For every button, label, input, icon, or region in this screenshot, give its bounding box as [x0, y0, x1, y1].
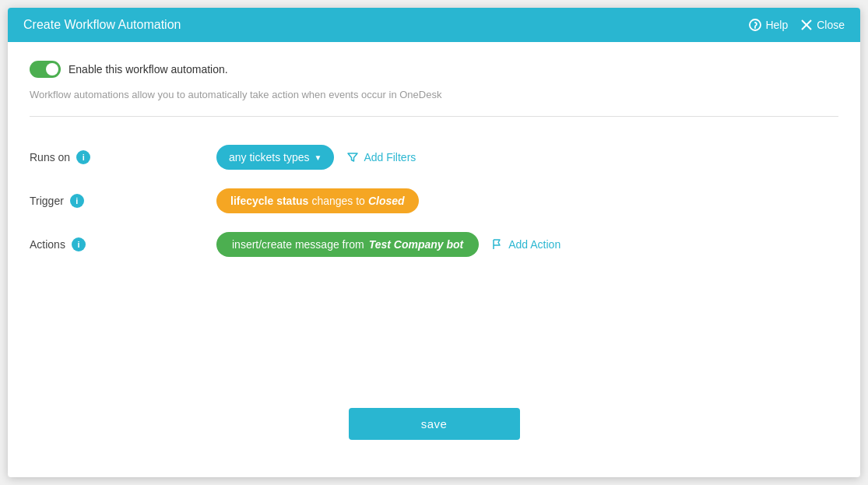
action-text-label: insert/create message from — [232, 238, 364, 251]
divider — [30, 116, 838, 117]
funnel-icon — [346, 151, 359, 163]
trigger-button[interactable]: lifecycle status changes to Closed — [216, 188, 419, 213]
trigger-controls: lifecycle status changes to Closed — [216, 188, 838, 213]
trigger-label: Trigger — [30, 195, 64, 207]
ticket-types-label: any tickets types — [229, 151, 310, 163]
add-action-button[interactable]: Add Action — [491, 238, 561, 251]
runs-on-label: Runs on — [30, 151, 70, 163]
close-icon — [800, 19, 813, 31]
modal-container: Create Workflow Automation Help Close — [8, 8, 860, 477]
header-actions: Help Close — [749, 19, 845, 31]
ticket-types-button[interactable]: any tickets types ▼ — [216, 145, 334, 170]
trigger-info-icon[interactable]: i — [70, 194, 84, 208]
close-label: Close — [817, 19, 845, 31]
chevron-down-icon: ▼ — [315, 153, 322, 162]
trigger-changes-text: changes to — [311, 195, 365, 207]
trigger-row: Trigger i lifecycle status changes to Cl… — [30, 179, 838, 223]
help-icon — [749, 19, 761, 31]
flag-icon — [491, 238, 504, 251]
add-filters-button[interactable]: Add Filters — [346, 151, 416, 163]
actions-label: Actions — [30, 238, 65, 251]
trigger-closed-value: Closed — [368, 195, 405, 207]
help-label: Help — [765, 19, 788, 31]
modal-header: Create Workflow Automation Help Close — [8, 8, 860, 42]
trigger-label-cell: Trigger i — [30, 194, 216, 208]
help-button[interactable]: Help — [749, 19, 788, 31]
form-rows: Runs on i any tickets types ▼ Add Filter… — [30, 135, 838, 266]
footer: save — [30, 395, 838, 459]
actions-row: Actions i insert/create message from Tes… — [30, 223, 838, 266]
runs-on-label-cell: Runs on i — [30, 150, 216, 164]
toggle-slider[interactable] — [30, 61, 61, 78]
close-button[interactable]: Close — [800, 19, 845, 31]
action-bot-value: Test Company bot — [369, 238, 464, 251]
svg-point-0 — [750, 19, 761, 30]
trigger-status-label: lifecycle status — [230, 195, 308, 207]
action-button[interactable]: insert/create message from Test Company … — [216, 232, 479, 257]
modal-title: Create Workflow Automation — [23, 18, 181, 32]
toggle-row: Enable this workflow automation. — [30, 61, 838, 78]
add-filters-label: Add Filters — [364, 151, 416, 163]
actions-info-icon[interactable]: i — [72, 237, 86, 251]
enable-toggle[interactable] — [30, 61, 61, 78]
toggle-label: Enable this workflow automation. — [69, 63, 228, 76]
add-action-label: Add Action — [508, 238, 561, 251]
runs-on-row: Runs on i any tickets types ▼ Add Filter… — [30, 135, 838, 179]
runs-on-info-icon[interactable]: i — [76, 150, 90, 164]
actions-label-cell: Actions i — [30, 237, 216, 251]
subtitle-text: Workflow automations allow you to automa… — [30, 89, 838, 100]
modal-body: Enable this workflow automation. Workflo… — [8, 42, 860, 477]
save-button[interactable]: save — [349, 408, 520, 440]
runs-on-controls: any tickets types ▼ Add Filters — [216, 145, 838, 170]
actions-controls: insert/create message from Test Company … — [216, 232, 838, 257]
